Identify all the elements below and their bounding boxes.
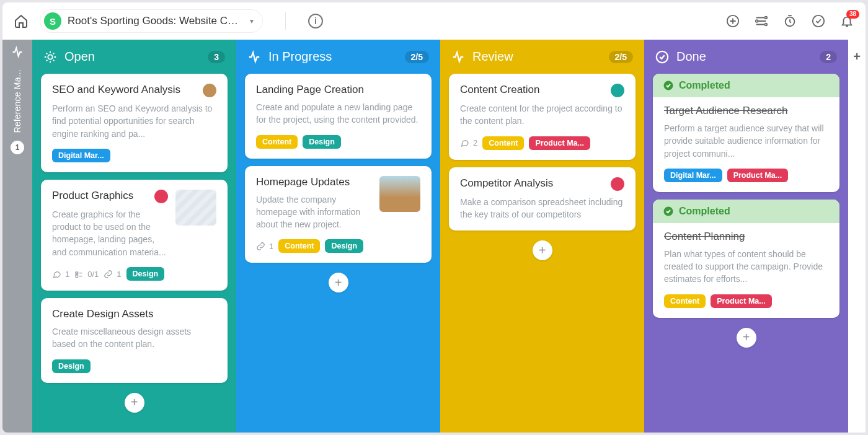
tag[interactable]: Content: [278, 239, 320, 253]
home-icon[interactable]: [14, 14, 29, 29]
tag[interactable]: Product Ma...: [529, 136, 590, 150]
column-icon: [451, 50, 465, 64]
tag[interactable]: Product Ma...: [711, 294, 771, 308]
card-title: Content Creation: [460, 84, 624, 97]
card-meta: 1: [256, 242, 273, 251]
sidebar-count: 1: [11, 141, 24, 154]
column-count: 2/5: [609, 51, 633, 63]
project-title: Root's Sporting Goods: Website Cre...: [68, 15, 241, 27]
tag[interactable]: Content: [256, 135, 298, 149]
add-card-button[interactable]: +: [125, 393, 144, 413]
card-description: Perform an SEO and Keyword analysis to f…: [52, 102, 216, 140]
topbar-left: S Root's Sporting Goods: Website Cre... …: [14, 9, 323, 33]
card[interactable]: Homepage UpdatesUpdate the company homep…: [245, 166, 432, 263]
card-title: Product Graphics: [52, 190, 168, 203]
sidebar[interactable]: Reference Ma... 1: [2, 40, 32, 433]
add-column-button[interactable]: +: [848, 40, 866, 433]
topbar: S Root's Sporting Goods: Website Cre... …: [2, 2, 866, 40]
card-description: Perform a target audience survey that wi…: [664, 122, 828, 160]
timer-icon[interactable]: [782, 14, 797, 29]
link-icon: [256, 242, 265, 251]
column-header-review[interactable]: Review 2/5: [440, 40, 644, 74]
column-body: Completed Target Audience ResearchPerfor…: [644, 74, 848, 356]
column-icon: [655, 50, 669, 64]
card-footer: ContentDesign: [256, 135, 420, 149]
card-title: Competitor Analysis: [460, 177, 624, 191]
tag[interactable]: Design: [126, 267, 165, 281]
divider: [285, 12, 286, 30]
add-icon[interactable]: [725, 14, 740, 29]
card[interactable]: Landing Page CreationCreate and populate…: [245, 74, 432, 159]
chat-icon: [460, 138, 469, 147]
project-chip[interactable]: S Root's Sporting Goods: Website Cre... …: [40, 9, 263, 33]
card-footer: Design: [52, 359, 216, 373]
card-footer: 2ContentProduct Ma...: [460, 136, 624, 150]
tag[interactable]: Product Ma...: [727, 169, 788, 182]
card-title: Content Planning: [664, 231, 828, 243]
column-header-progress[interactable]: In Progress 2/5: [236, 40, 440, 74]
column-body: SEO and Keyword AnalysisPerform an SEO a…: [32, 74, 236, 421]
card-footer: Digital Mar...: [52, 149, 216, 162]
chat-icon: [52, 270, 61, 279]
card-description: Make a comparison spreadsheet including …: [460, 196, 624, 221]
card-description: Create content for the project according…: [460, 102, 624, 128]
card[interactable]: SEO and Keyword AnalysisPerform an SEO a…: [41, 74, 228, 172]
column-count: 2/5: [405, 51, 429, 63]
activity-icon: [11, 46, 24, 58]
column-open: Open 3 SEO and Keyword AnalysisPerform a…: [32, 40, 236, 433]
completed-banner: Completed: [653, 200, 839, 223]
svg-point-3: [765, 24, 768, 26]
tag[interactable]: Design: [303, 135, 341, 149]
card[interactable]: Completed Target Audience ResearchPerfor…: [653, 74, 839, 192]
info-icon[interactable]: i: [308, 14, 323, 29]
add-card-button[interactable]: +: [533, 240, 552, 260]
tag[interactable]: Content: [664, 294, 706, 308]
assignee-avatar: [203, 84, 216, 97]
tag[interactable]: Digital Mar...: [664, 169, 722, 182]
card-footer: 1ContentDesign: [256, 239, 420, 253]
filter-icon[interactable]: [754, 14, 769, 29]
card[interactable]: Create Design AssetsCreate miscellaneous…: [41, 298, 228, 383]
svg-point-5: [813, 15, 824, 27]
card-description: Plan what types of content should be cre…: [664, 248, 828, 286]
assignee-avatar: [611, 177, 624, 191]
card-footer: ContentProduct Ma...: [664, 294, 828, 308]
check-circle-icon[interactable]: [811, 14, 826, 29]
card[interactable]: Competitor AnalysisMake a comparison spr…: [449, 167, 636, 231]
svg-point-6: [48, 55, 52, 59]
column-title: Open: [64, 50, 95, 64]
tag[interactable]: Digital Mar...: [52, 149, 110, 162]
tag[interactable]: Design: [52, 359, 91, 373]
tag[interactable]: Content: [482, 136, 524, 150]
card[interactable]: Content CreationCreate content for the p…: [449, 74, 636, 160]
column-title: Done: [676, 50, 706, 64]
sidebar-label: Reference Ma...: [12, 69, 22, 133]
card-meta: 2: [460, 138, 477, 147]
column-header-open[interactable]: Open 3: [32, 40, 236, 74]
assignee-avatar: [611, 84, 624, 97]
card-description: Update the company homepage with informa…: [256, 193, 372, 231]
svg-rect-8: [76, 275, 78, 277]
column-header-done[interactable]: Done 2: [644, 40, 848, 74]
column-icon: [43, 50, 57, 64]
link-icon: [104, 270, 113, 279]
card-description: Create and populate a new landing page f…: [256, 101, 420, 126]
card[interactable]: Completed Content PlanningPlan what type…: [653, 200, 839, 318]
completed-banner: Completed: [653, 74, 839, 97]
card-footer: Digital Mar...Product Ma...: [664, 169, 828, 182]
tag[interactable]: Design: [325, 239, 363, 253]
svg-point-2: [756, 20, 758, 22]
card-thumbnail: [175, 190, 216, 226]
column-body: Landing Page CreationCreate and populate…: [236, 74, 440, 301]
add-card-button[interactable]: +: [329, 273, 348, 292]
card[interactable]: Product GraphicsCreate graphics for the …: [41, 180, 228, 291]
column-title: Review: [472, 50, 513, 64]
card-meta: 0/1: [74, 270, 99, 279]
notification-badge: 38: [846, 10, 859, 19]
column-review: Review 2/5 Content CreationCreate conten…: [440, 40, 644, 433]
column-title: In Progress: [268, 50, 332, 64]
card-title: Target Audience Research: [664, 105, 828, 117]
bell-icon[interactable]: 38: [839, 14, 854, 29]
add-card-button[interactable]: +: [737, 328, 756, 348]
card-description: Create miscellaneous design assets based…: [52, 325, 216, 351]
